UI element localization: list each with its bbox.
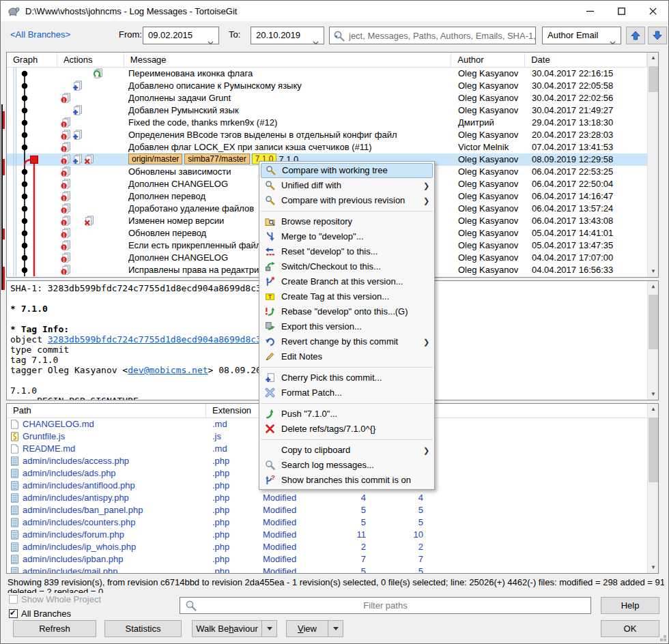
log-row-0[interactable]: Переименована иконка флагаOleg Kasyanov3… [7, 68, 647, 80]
log-row-1[interactable]: Добавлено описание к Румынскому языкуOle… [7, 80, 647, 92]
scroll-up-icon[interactable]: ▲ [648, 53, 659, 63]
menu-item-revert-change-by-this-commit[interactable]: Revert change by this commit❯ [261, 334, 433, 349]
file-row-admin-includes-ip-whois-php[interactable]: admin/includes/ip_whois.php.phpModified2… [7, 541, 647, 553]
menu-item-delete-refs-tags-7-1-0[interactable]: Delete refs/tags/7.1.0^{} [261, 422, 433, 437]
scrollbar-thumb[interactable] [649, 418, 658, 482]
search-mode-combo[interactable]: Author Email [542, 27, 621, 44]
scroll-up-icon[interactable]: ▲ [648, 404, 659, 415]
commit-message-scrollbar[interactable]: ▲ ▼ [647, 281, 658, 400]
menu-item-format-patch[interactable]: Format Patch... [261, 385, 433, 400]
author-cell: Oleg Kasyanov [452, 166, 526, 178]
menu-item-push-7-1-0[interactable]: Push "7.1.0"... [261, 407, 433, 422]
action-modified-icon: ! [61, 93, 72, 103]
menu-item-create-branch-at-this-version[interactable]: Create Branch at this version... [261, 274, 433, 289]
author-cell: Victor Melnik [452, 141, 526, 153]
hash-link[interactable]: dev@mobicms.net [128, 365, 208, 375]
menu-item-unified-diff-with[interactable]: Unified diff with❯ [261, 178, 433, 193]
scroll-up-icon[interactable]: ▲ [648, 281, 659, 292]
all-branches-link[interactable]: <All Branches> [10, 29, 70, 40]
help-button[interactable]: Help [601, 597, 659, 614]
menu-item-compare-with-previous-revision[interactable]: Compare with previous revision❯ [261, 193, 433, 208]
revision-list-scrollbar[interactable]: ▲ ▼ [647, 53, 658, 277]
date-cell: 06.04.2017 22:53:25 [526, 166, 647, 178]
file-row-admin-includes-ban-panel-php[interactable]: admin/includes/ban_panel.php.phpModified… [7, 504, 647, 516]
file-column-header-path[interactable]: Path [7, 404, 206, 418]
menu-item-label: Browse repository [281, 214, 423, 229]
scrollbar-thumb[interactable] [649, 66, 658, 92]
file-path-cell: admin/includes/ban_panel.php [7, 504, 206, 516]
ok-button[interactable]: OK [601, 620, 659, 637]
menu-item-search-log-messages[interactable]: Search log messages... [261, 458, 433, 473]
all-branches-checkbox[interactable]: All Branches [9, 609, 71, 619]
search-down-button[interactable] [648, 27, 667, 44]
menu-item-export-this-version[interactable]: Export this version... [261, 319, 433, 334]
menu-item-compare-with-working-tree[interactable]: Compare with working tree [261, 163, 433, 178]
menu-item-merge-to-develop[interactable]: Merge to "develop"... [261, 229, 433, 244]
file-list-scrollbar[interactable]: ▲ ▼ [647, 404, 658, 573]
show-whole-project-checkbox[interactable]: Show Whole Project [9, 594, 101, 604]
statistics-button[interactable]: Statistics [104, 620, 182, 637]
log-search-input[interactable] [330, 27, 535, 44]
file-row-admin-includes-counters-php[interactable]: admin/includes/counters.php.phpModified5… [7, 516, 647, 529]
scroll-down-icon[interactable]: ▼ [648, 266, 659, 277]
file-status-cell: Modified [259, 504, 317, 516]
log-row-4[interactable]: !Fixed the code, thanks mrken9x (#12)Дми… [7, 117, 647, 129]
actions-cell: ! [57, 264, 124, 276]
svg-text:!: ! [63, 269, 65, 275]
menu-item-switch-checkout-to-this[interactable]: Switch/Checkout to this... [261, 259, 433, 274]
svg-text:!: ! [63, 183, 65, 189]
column-header-graph[interactable]: Graph [7, 53, 57, 67]
search-up-button[interactable] [626, 27, 645, 44]
file-row-admin-includes-forum-php[interactable]: admin/includes/forum.php.phpModified1110 [7, 529, 647, 541]
pencil-icon [265, 351, 276, 362]
view-button[interactable]: View [286, 620, 343, 637]
column-header-actions[interactable]: Actions [57, 53, 124, 67]
column-header-author[interactable]: Author [451, 53, 525, 67]
date-cell: 29.04.2017 13:18:30 [526, 117, 647, 129]
branch-icon [265, 276, 276, 287]
menu-item-copy-to-clipboard[interactable]: Copy to clipboard❯ [261, 443, 433, 458]
date-cell: 30.04.2017 22:16:15 [526, 68, 647, 80]
menu-item-reset-develop-to-this[interactable]: Reset "develop" to this... [261, 244, 433, 259]
menu-item-edit-notes[interactable]: Edit Notes [261, 349, 433, 364]
menu-item-browse-repository[interactable]: Browse repository [261, 214, 433, 229]
column-header-date[interactable]: Date [525, 53, 647, 67]
log-row-6[interactable]: !Добавлен флаг LOCK_EX при записи кэша с… [7, 141, 647, 153]
log-row-3[interactable]: Добавлен Румынский языкOleg Kasyanov30.0… [7, 104, 647, 117]
menu-item-cherry-pick-this-commit[interactable]: Cherry Pick this commit... [261, 370, 433, 385]
view-dropdown[interactable] [328, 621, 343, 636]
menu-item-label: Show branches this commit is on [281, 473, 423, 488]
file-status-cell: Modified [259, 529, 317, 541]
log-row-2[interactable]: !Дополнены задачи GruntOleg Kasyanov30.0… [7, 92, 647, 104]
to-date-combo[interactable]: 20.10.2019 [251, 27, 324, 44]
file-path-cell: admin/includes/antiflood.php [7, 480, 206, 492]
refresh-button[interactable]: Refresh [13, 620, 96, 637]
author-cell: Oleg Kasyanov [452, 215, 526, 227]
menu-item-rebase-develop-onto-this-g[interactable]: Rebase "develop" onto this...(G) [261, 304, 433, 319]
svg-text:!: ! [63, 207, 65, 214]
scroll-down-icon[interactable]: ▼ [648, 562, 659, 573]
resize-grip[interactable] [664, 639, 666, 641]
menu-item-label: Delete refs/tags/7.1.0^{} [281, 422, 423, 437]
file-row-admin-includes-mail-php[interactable]: admin/includes/mail.php.phpModified55 [7, 566, 647, 573]
menu-item-create-tag-at-this-version[interactable]: TCreate Tag at this version... [261, 289, 433, 304]
walk-behaviour-button[interactable]: Walk Behaviour [192, 620, 277, 637]
from-date-combo[interactable]: 09.02.2015 [143, 27, 219, 44]
context-menu: Compare with working treeUnified diff wi… [259, 161, 435, 490]
file-php-icon [10, 506, 20, 515]
menu-item-show-branches-this-commit-is-on[interactable]: ?Show branches this commit is on [261, 473, 433, 488]
file-column-header-extension[interactable]: Extension [206, 404, 259, 418]
column-header-message[interactable]: Message [124, 53, 451, 67]
file-row-admin-includes-ipban-php[interactable]: admin/includes/ipban.php.phpModified77 [7, 553, 647, 566]
walk-behaviour-dropdown[interactable] [261, 621, 276, 636]
file-row-admin-includes-antispy-php[interactable]: admin/includes/antispy.php.phpModified44 [7, 492, 647, 504]
filter-paths-input[interactable] [180, 598, 590, 613]
log-row-5[interactable]: !Определения BBcode тэгов выделены в отд… [7, 129, 647, 141]
hash-link[interactable]: 3283db599bfdc724c7755d1d8ecd904a8699d8c3 [48, 334, 261, 345]
close-button[interactable] [637, 1, 668, 21]
maximize-button[interactable] [606, 1, 637, 21]
file-path-cell: admin/includes/antispy.php [7, 492, 206, 504]
minimize-button[interactable] [574, 1, 606, 21]
scroll-down-icon[interactable]: ▼ [648, 389, 659, 400]
scrollbar-thumb[interactable] [649, 295, 658, 349]
